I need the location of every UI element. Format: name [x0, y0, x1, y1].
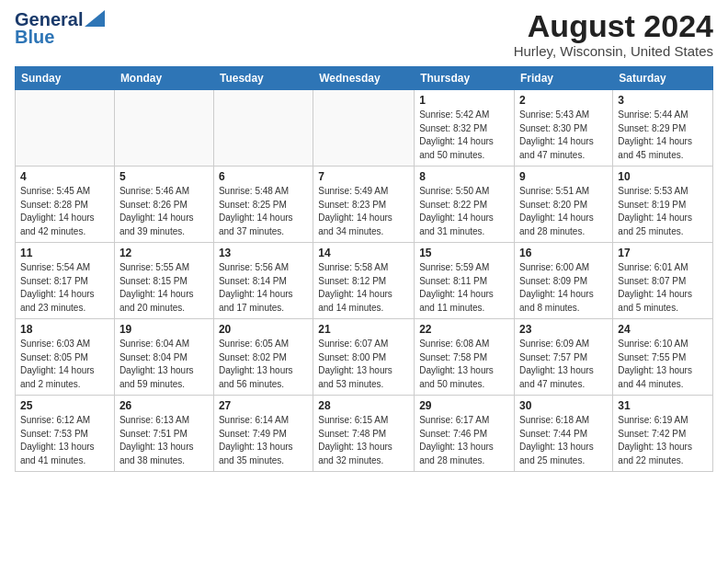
calendar-week-2: 4Sunrise: 5:45 AM Sunset: 8:28 PM Daylig… — [16, 167, 713, 243]
day-info: Sunrise: 6:03 AM Sunset: 8:05 PM Dayligh… — [20, 338, 109, 391]
day-number: 31 — [618, 399, 708, 412]
day-number: 18 — [20, 323, 109, 336]
calendar-cell: 14Sunrise: 5:58 AM Sunset: 8:12 PM Dayli… — [313, 243, 415, 319]
day-info: Sunrise: 5:48 AM Sunset: 8:25 PM Dayligh… — [219, 185, 308, 238]
calendar-cell: 20Sunrise: 6:05 AM Sunset: 8:02 PM Dayli… — [213, 319, 313, 396]
day-number: 7 — [318, 170, 409, 183]
day-info: Sunrise: 6:05 AM Sunset: 8:02 PM Dayligh… — [219, 338, 308, 391]
day-number: 12 — [119, 247, 209, 259]
day-number: 8 — [419, 170, 509, 183]
calendar-cell: 21Sunrise: 6:07 AM Sunset: 8:00 PM Dayli… — [313, 319, 415, 396]
calendar-cell: 12Sunrise: 5:55 AM Sunset: 8:15 PM Dayli… — [114, 243, 213, 319]
calendar-week-1: 1Sunrise: 5:42 AM Sunset: 8:32 PM Daylig… — [16, 90, 713, 167]
logo: General Blue — [15, 9, 105, 48]
day-info: Sunrise: 6:18 AM Sunset: 7:44 PM Dayligh… — [519, 414, 608, 467]
day-number: 19 — [119, 323, 209, 336]
day-number: 14 — [318, 247, 409, 259]
day-info: Sunrise: 5:55 AM Sunset: 8:15 PM Dayligh… — [119, 261, 209, 315]
calendar-cell: 26Sunrise: 6:13 AM Sunset: 7:51 PM Dayli… — [114, 396, 213, 472]
calendar-week-4: 18Sunrise: 6:03 AM Sunset: 8:05 PM Dayli… — [16, 319, 713, 396]
calendar-cell: 7Sunrise: 5:49 AM Sunset: 8:23 PM Daylig… — [313, 167, 415, 243]
day-info: Sunrise: 6:12 AM Sunset: 7:53 PM Dayligh… — [20, 414, 109, 467]
day-info: Sunrise: 6:07 AM Sunset: 8:00 PM Dayligh… — [318, 338, 409, 391]
calendar-cell: 9Sunrise: 5:51 AM Sunset: 8:20 PM Daylig… — [515, 167, 613, 243]
day-info: Sunrise: 6:15 AM Sunset: 7:48 PM Dayligh… — [318, 414, 409, 467]
calendar-cell: 25Sunrise: 6:12 AM Sunset: 7:53 PM Dayli… — [16, 396, 115, 472]
calendar-cell: 23Sunrise: 6:09 AM Sunset: 7:57 PM Dayli… — [515, 319, 613, 396]
svg-marker-0 — [85, 10, 105, 27]
calendar-cell: 29Sunrise: 6:17 AM Sunset: 7:46 PM Dayli… — [415, 396, 515, 472]
day-number: 21 — [318, 323, 409, 336]
calendar-cell: 16Sunrise: 6:00 AM Sunset: 8:09 PM Dayli… — [515, 243, 613, 319]
col-header-tuesday: Tuesday — [213, 67, 313, 90]
calendar-cell: 15Sunrise: 5:59 AM Sunset: 8:11 PM Dayli… — [415, 243, 515, 319]
calendar-cell: 8Sunrise: 5:50 AM Sunset: 8:22 PM Daylig… — [415, 167, 515, 243]
day-number: 23 — [519, 323, 608, 336]
calendar-cell: 19Sunrise: 6:04 AM Sunset: 8:04 PM Dayli… — [114, 319, 213, 396]
month-title: August 2024 — [514, 9, 713, 43]
calendar-week-5: 25Sunrise: 6:12 AM Sunset: 7:53 PM Dayli… — [16, 396, 713, 472]
day-number: 4 — [20, 170, 109, 183]
col-header-monday: Monday — [114, 67, 213, 90]
day-info: Sunrise: 6:01 AM Sunset: 8:07 PM Dayligh… — [618, 261, 708, 315]
day-number: 22 — [419, 323, 509, 336]
day-info: Sunrise: 5:43 AM Sunset: 8:30 PM Dayligh… — [519, 109, 608, 162]
day-info: Sunrise: 5:51 AM Sunset: 8:20 PM Dayligh… — [519, 185, 608, 238]
calendar-table: SundayMondayTuesdayWednesdayThursdayFrid… — [15, 66, 713, 472]
calendar-header-row: SundayMondayTuesdayWednesdayThursdayFrid… — [16, 67, 713, 90]
day-number: 16 — [519, 247, 608, 259]
calendar-cell: 5Sunrise: 5:46 AM Sunset: 8:26 PM Daylig… — [114, 167, 213, 243]
title-block: August 2024 Hurley, Wisconsin, United St… — [514, 9, 713, 59]
calendar-cell: 31Sunrise: 6:19 AM Sunset: 7:42 PM Dayli… — [613, 396, 713, 472]
day-info: Sunrise: 6:17 AM Sunset: 7:46 PM Dayligh… — [419, 414, 509, 467]
calendar-cell: 24Sunrise: 6:10 AM Sunset: 7:55 PM Dayli… — [613, 319, 713, 396]
day-info: Sunrise: 6:14 AM Sunset: 7:49 PM Dayligh… — [219, 414, 308, 467]
col-header-thursday: Thursday — [415, 67, 515, 90]
col-header-saturday: Saturday — [613, 67, 713, 90]
day-info: Sunrise: 5:56 AM Sunset: 8:14 PM Dayligh… — [219, 261, 308, 315]
day-number: 2 — [519, 94, 608, 107]
day-number: 28 — [318, 399, 409, 412]
day-info: Sunrise: 6:00 AM Sunset: 8:09 PM Dayligh… — [519, 261, 608, 315]
day-info: Sunrise: 5:46 AM Sunset: 8:26 PM Dayligh… — [119, 185, 209, 238]
calendar-cell: 4Sunrise: 5:45 AM Sunset: 8:28 PM Daylig… — [16, 167, 115, 243]
calendar-cell: 17Sunrise: 6:01 AM Sunset: 8:07 PM Dayli… — [613, 243, 713, 319]
day-info: Sunrise: 5:49 AM Sunset: 8:23 PM Dayligh… — [318, 185, 409, 238]
page: General Blue August 2024 Hurley, Wiscons… — [0, 0, 728, 481]
day-info: Sunrise: 5:59 AM Sunset: 8:11 PM Dayligh… — [419, 261, 509, 315]
day-number: 9 — [519, 170, 608, 183]
day-info: Sunrise: 5:58 AM Sunset: 8:12 PM Dayligh… — [318, 261, 409, 315]
calendar-cell — [213, 90, 313, 167]
calendar-cell — [114, 90, 213, 167]
day-number: 13 — [219, 247, 308, 259]
day-number: 6 — [219, 170, 308, 183]
calendar-cell: 22Sunrise: 6:08 AM Sunset: 7:58 PM Dayli… — [415, 319, 515, 396]
col-header-friday: Friday — [515, 67, 613, 90]
day-info: Sunrise: 5:50 AM Sunset: 8:22 PM Dayligh… — [419, 185, 509, 238]
calendar-cell: 28Sunrise: 6:15 AM Sunset: 7:48 PM Dayli… — [313, 396, 415, 472]
day-number: 26 — [119, 399, 209, 412]
calendar-cell: 3Sunrise: 5:44 AM Sunset: 8:29 PM Daylig… — [613, 90, 713, 167]
calendar-cell: 2Sunrise: 5:43 AM Sunset: 8:30 PM Daylig… — [515, 90, 613, 167]
day-info: Sunrise: 6:13 AM Sunset: 7:51 PM Dayligh… — [119, 414, 209, 467]
calendar-cell: 30Sunrise: 6:18 AM Sunset: 7:44 PM Dayli… — [515, 396, 613, 472]
logo-blue: Blue — [15, 27, 54, 48]
logo-icon — [85, 10, 105, 27]
day-number: 24 — [618, 323, 708, 336]
day-number: 11 — [20, 247, 109, 259]
day-number: 5 — [119, 170, 209, 183]
day-info: Sunrise: 6:19 AM Sunset: 7:42 PM Dayligh… — [618, 414, 708, 467]
day-number: 30 — [519, 399, 608, 412]
day-info: Sunrise: 5:54 AM Sunset: 8:17 PM Dayligh… — [20, 261, 109, 315]
day-number: 1 — [419, 94, 509, 107]
calendar-cell — [16, 90, 115, 167]
day-info: Sunrise: 6:08 AM Sunset: 7:58 PM Dayligh… — [419, 338, 509, 391]
col-header-wednesday: Wednesday — [313, 67, 415, 90]
calendar-cell: 1Sunrise: 5:42 AM Sunset: 8:32 PM Daylig… — [415, 90, 515, 167]
calendar-cell: 18Sunrise: 6:03 AM Sunset: 8:05 PM Dayli… — [16, 319, 115, 396]
day-number: 29 — [419, 399, 509, 412]
day-info: Sunrise: 5:53 AM Sunset: 8:19 PM Dayligh… — [618, 185, 708, 238]
day-number: 27 — [219, 399, 308, 412]
day-info: Sunrise: 5:45 AM Sunset: 8:28 PM Dayligh… — [20, 185, 109, 238]
day-number: 10 — [618, 170, 708, 183]
